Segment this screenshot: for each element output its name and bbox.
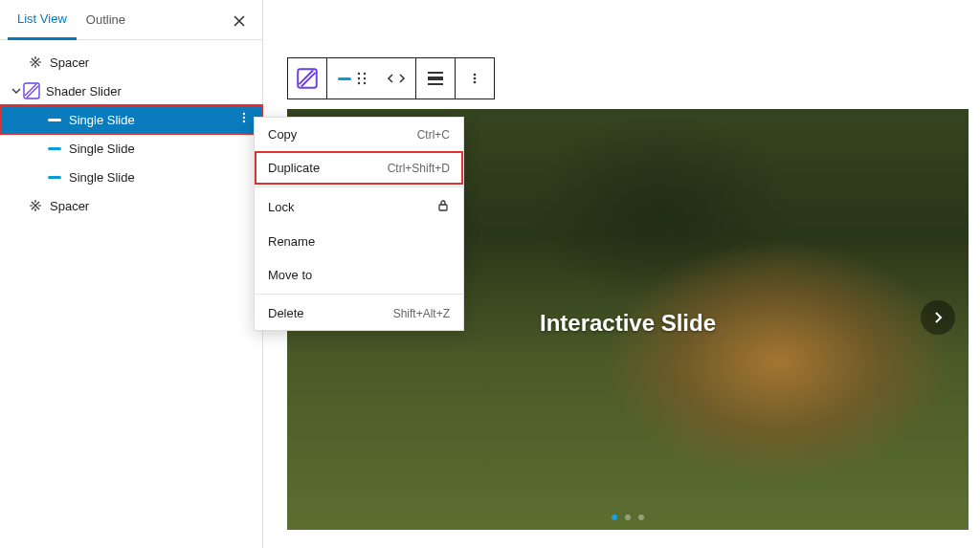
single-slide-icon [338,77,351,80]
menu-label: Rename [268,234,315,249]
tree-item-spacer[interactable]: Spacer [0,48,262,77]
tree-label: Single Slide [69,113,135,127]
shader-slider-icon [23,82,40,99]
menu-duplicate[interactable]: Duplicate Ctrl+Shift+D [255,151,463,185]
slide-title: Interactive Slide [540,310,716,337]
chevron-right-icon [931,311,945,324]
more-vertical-icon [468,72,481,85]
svg-rect-13 [428,83,443,85]
menu-label: Duplicate [268,161,320,175]
svg-rect-0 [24,83,39,99]
single-slide-icon [46,168,63,186]
menu-shortcut: Shift+Alt+Z [393,307,450,320]
svg-point-14 [474,74,477,77]
svg-rect-12 [428,77,443,80]
tree-item-single-slide[interactable]: Single Slide [0,134,262,163]
sidebar-tabs: List View Outline [0,0,262,40]
move-controls[interactable] [377,58,415,99]
block-toolbar [287,57,969,99]
menu-label: Delete [268,306,304,320]
tree-label: Spacer [50,199,89,213]
svg-rect-11 [428,72,443,74]
tree-label: Single Slide [69,170,135,185]
menu-label: Copy [268,127,297,142]
svg-point-16 [474,81,477,84]
menu-shortcut: Ctrl+Shift+D [388,162,450,175]
menu-label: Move to [268,268,312,282]
tree-label: Shader Slider [46,84,122,99]
single-slide-icon [46,140,63,157]
pagination-dot[interactable] [638,515,644,520]
svg-point-10 [364,82,366,84]
svg-point-5 [358,73,360,75]
block-tree: Spacer Shader Slider Single Slide Single… [0,40,262,228]
tree-label: Single Slide [69,142,135,156]
drag-handle-icon [357,72,367,85]
menu-label: Lock [268,200,294,214]
slide-pagination [612,515,644,520]
menu-separator [255,294,463,295]
menu-shortcut: Ctrl+C [417,128,450,142]
parent-block-button[interactable] [327,58,377,99]
tree-item-shader-slider[interactable]: Shader Slider [0,77,262,105]
tree-item-single-slide-selected[interactable]: Single Slide [0,105,262,134]
tree-item-single-slide[interactable]: Single Slide [0,163,262,191]
svg-point-1 [243,113,245,115]
list-view-sidebar: List View Outline Spacer Shader Slider S… [0,0,263,548]
tree-label: Spacer [50,55,89,70]
spacer-icon [27,197,44,214]
tab-outline[interactable]: Outline [77,1,135,38]
lock-icon [436,199,450,215]
tree-item-more-button[interactable] [234,109,255,129]
single-slide-icon [46,111,63,128]
svg-point-2 [243,117,245,119]
menu-lock[interactable]: Lock [255,189,463,225]
menu-move-to[interactable]: Move to [255,258,463,292]
menu-separator [255,186,463,187]
chevrons-icon [386,72,407,85]
more-vertical-icon [237,111,251,124]
svg-point-3 [243,121,245,122]
menu-delete[interactable]: Delete Shift+Alt+Z [255,296,463,330]
menu-copy[interactable]: Copy Ctrl+C [255,118,463,151]
svg-point-8 [364,77,366,79]
svg-point-9 [358,82,360,84]
block-context-menu: Copy Ctrl+C Duplicate Ctrl+Shift+D Lock … [254,117,464,331]
menu-rename[interactable]: Rename [255,225,463,258]
block-type-button[interactable] [288,58,326,99]
toolbar-more-button[interactable] [456,58,494,99]
svg-rect-17 [439,205,447,210]
pagination-dot[interactable] [625,515,631,520]
align-button[interactable] [416,58,455,99]
pagination-dot[interactable] [612,515,617,520]
svg-point-6 [364,73,366,75]
svg-rect-4 [298,69,317,88]
caret-down-icon [10,84,23,99]
close-icon [232,13,247,29]
close-sidebar-button[interactable] [228,10,251,35]
tree-item-spacer[interactable]: Spacer [0,191,262,220]
svg-point-7 [358,77,360,79]
align-icon [427,71,444,86]
next-slide-button[interactable] [921,300,955,335]
spacer-icon [27,54,44,71]
tab-list-view[interactable]: List View [8,0,77,40]
shader-slider-icon [297,68,318,89]
svg-point-15 [474,77,477,80]
